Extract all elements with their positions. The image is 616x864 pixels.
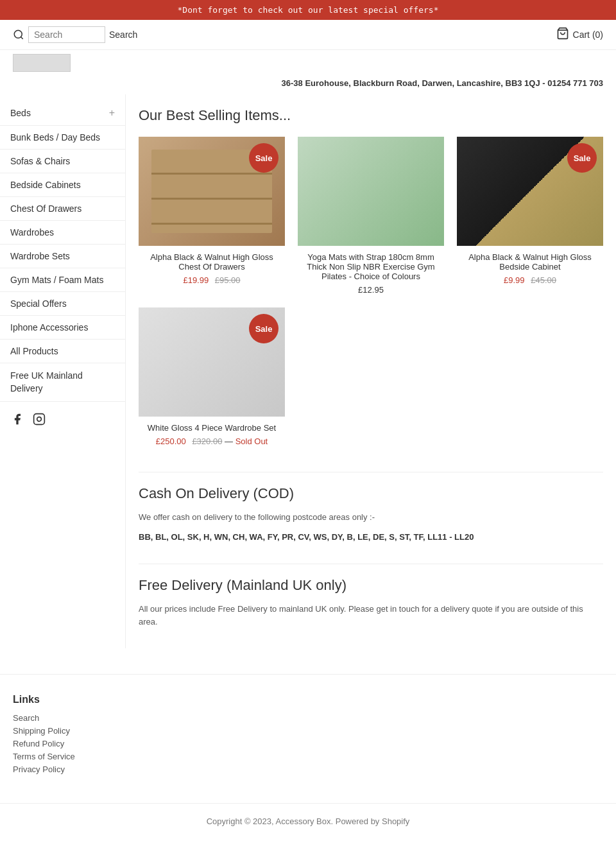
- cod-section: Cash On Delivery (COD) We offer cash on …: [139, 472, 603, 544]
- sidebar: Beds + Bunk Beds / Day Beds Sofas & Chai…: [0, 94, 126, 648]
- main-content: Our Best Selling Items... Sale Alpha Bla…: [126, 94, 616, 648]
- sidebar-item-drawers[interactable]: Chest Of Drawers: [0, 197, 125, 221]
- sidebar-item-bunkbeds[interactable]: Bunk Beds / Day Beds: [0, 126, 125, 150]
- copyright-text: Copyright © 2023, Accessory Box. Powered…: [207, 816, 410, 826]
- sidebar-item-all-products[interactable]: All Products: [0, 340, 125, 363]
- product-image-yoga: [298, 137, 444, 246]
- sidebar-item-wardrobe-sets[interactable]: Wardrobe Sets: [0, 245, 125, 268]
- cod-postcodes-text: BB, BL, OL, SK, H, WN, CH, WA, FY, PR, C…: [139, 532, 474, 542]
- plus-icon: +: [109, 107, 115, 119]
- footer-link-tos[interactable]: Terms of Service: [13, 752, 603, 761]
- search-input[interactable]: [28, 26, 105, 43]
- sidebar-item-sofas-label: Sofas & Chairs: [10, 156, 70, 166]
- sidebar-item-sofas[interactable]: Sofas & Chairs: [0, 150, 125, 173]
- footer-link-refund[interactable]: Refund Policy: [13, 739, 603, 748]
- facebook-icon[interactable]: [10, 412, 24, 426]
- footer-link-privacy[interactable]: Privacy Policy: [13, 765, 603, 774]
- address-bar: 36-38 Eurohouse, Blackburn Road, Darwen,…: [0, 72, 616, 94]
- header: Search Cart (0): [0, 20, 616, 50]
- product-title-bedside: Alpha Black & Walnut High Gloss Bedside …: [457, 252, 603, 272]
- sold-out-label: Sold Out: [235, 436, 268, 446]
- product-image-wardrobe: Sale: [139, 307, 285, 417]
- search-label[interactable]: Search: [109, 30, 137, 40]
- sale-badge: Sale: [249, 143, 278, 173]
- product-title-yoga: Yoga Mats with Strap 180cm 8mm Thick Non…: [298, 252, 444, 281]
- price-new-wardrobe: £250.00: [156, 436, 186, 446]
- footer-copyright: Copyright © 2023, Accessory Box. Powered…: [0, 803, 616, 839]
- svg-line-1: [21, 37, 22, 39]
- sidebar-item-gym-mats-label: Gym Mats / Foam Mats: [10, 275, 103, 285]
- logo-area: [0, 50, 616, 72]
- sidebar-item-bedside-label: Bedside Cabinets: [10, 180, 81, 190]
- sidebar-item-wardrobes-label: Wardrobes: [10, 227, 54, 238]
- product-price-yoga: £12.95: [298, 285, 444, 295]
- product-card-drawers[interactable]: Sale Alpha Black & Walnut High Gloss Che…: [139, 137, 285, 295]
- product-image-drawers: Sale: [139, 137, 285, 246]
- sold-out-separator: —: [225, 436, 235, 446]
- sidebar-item-free-delivery-label: Free UK Mainland Delivery: [10, 370, 115, 395]
- sidebar-item-drawers-label: Chest Of Drawers: [10, 203, 81, 214]
- cod-postcodes: BB, BL, OL, SK, H, WN, CH, WA, FY, PR, C…: [139, 531, 603, 544]
- price-old-wardrobe: £320.00: [192, 436, 222, 446]
- section-title: Our Best Selling Items...: [139, 107, 603, 124]
- price-new-bedside: £9.99: [504, 275, 525, 285]
- sidebar-item-bunkbeds-label: Bunk Beds / Day Beds: [10, 132, 100, 143]
- sidebar-item-iphone[interactable]: Iphone Accessories: [0, 316, 125, 340]
- search-area: Search: [13, 26, 137, 43]
- footer-link-shipping[interactable]: Shipping Policy: [13, 726, 603, 736]
- sale-badge-bedside: Sale: [567, 143, 597, 173]
- sidebar-social: [0, 402, 125, 436]
- cod-intro: We offer cash on delivery to the followi…: [139, 511, 603, 524]
- product-price-bedside: £9.99 £45.00: [457, 275, 603, 285]
- product-title-wardrobe: White Gloss 4 Piece Wardrobe Set: [139, 423, 285, 433]
- product-image-bedside: Sale: [457, 137, 603, 246]
- price-old: £95.00: [215, 275, 241, 285]
- sidebar-item-wardrobe-sets-label: Wardrobe Sets: [10, 251, 70, 261]
- top-banner: *Dont forget to check out our latest spe…: [0, 0, 616, 20]
- sidebar-item-bedside[interactable]: Bedside Cabinets: [0, 173, 125, 197]
- sidebar-item-beds[interactable]: Beds +: [0, 101, 125, 126]
- sidebar-item-free-delivery[interactable]: Free UK Mainland Delivery: [0, 363, 125, 402]
- banner-text: *Dont forget to check out our latest spe…: [178, 5, 439, 15]
- svg-rect-3: [34, 414, 45, 425]
- price-old-bedside: £45.00: [531, 275, 556, 285]
- footer-link-search[interactable]: Search: [13, 713, 603, 723]
- product-image-inner: [298, 137, 444, 246]
- product-card-yoga[interactable]: Yoga Mats with Strap 180cm 8mm Thick Non…: [298, 137, 444, 295]
- instagram-icon[interactable]: [32, 412, 46, 426]
- cod-title: Cash On Delivery (COD): [139, 485, 603, 502]
- sidebar-item-iphone-label: Iphone Accessories: [10, 322, 88, 333]
- address-text: 36-38 Eurohouse, Blackburn Road, Darwen,…: [282, 78, 603, 88]
- cart-area[interactable]: Cart (0): [556, 27, 603, 43]
- price-single: £12.95: [358, 285, 384, 295]
- sidebar-item-wardrobes[interactable]: Wardrobes: [0, 221, 125, 245]
- sidebar-item-beds-label: Beds: [10, 108, 31, 118]
- product-price-drawers: £19.99 £95.00: [139, 275, 285, 285]
- cart-icon: [556, 27, 569, 43]
- sidebar-item-special-offers-label: Special Offers: [10, 298, 67, 309]
- delivery-text: All our prices include Free Delivery to …: [139, 603, 603, 630]
- delivery-section: Free Delivery (Mainland UK only) All our…: [139, 564, 603, 630]
- delivery-title: Free Delivery (Mainland UK only): [139, 577, 603, 594]
- price-new: £19.99: [183, 275, 209, 285]
- main-layout: Beds + Bunk Beds / Day Beds Sofas & Chai…: [0, 94, 616, 648]
- product-card-wardrobe[interactable]: Sale White Gloss 4 Piece Wardrobe Set £2…: [139, 307, 285, 446]
- product-title-drawers: Alpha Black & Walnut High Gloss Chest Of…: [139, 252, 285, 272]
- product-price-wardrobe: £250.00 £320.00 — Sold Out: [139, 436, 285, 446]
- svg-point-0: [14, 30, 22, 38]
- search-icon: [13, 29, 24, 40]
- products-grid: Sale Alpha Black & Walnut High Gloss Che…: [139, 137, 603, 446]
- sidebar-item-gym-mats[interactable]: Gym Mats / Foam Mats: [0, 268, 125, 292]
- footer: Links Search Shipping Policy Refund Poli…: [0, 674, 616, 790]
- sale-badge-wardrobe: Sale: [249, 314, 278, 343]
- product-card-bedside[interactable]: Sale Alpha Black & Walnut High Gloss Bed…: [457, 137, 603, 295]
- logo[interactable]: [13, 54, 71, 72]
- footer-links-title: Links: [13, 694, 603, 705]
- sidebar-item-all-products-label: All Products: [10, 346, 58, 356]
- cart-label[interactable]: Cart (0): [573, 30, 603, 40]
- sidebar-item-special-offers[interactable]: Special Offers: [0, 292, 125, 316]
